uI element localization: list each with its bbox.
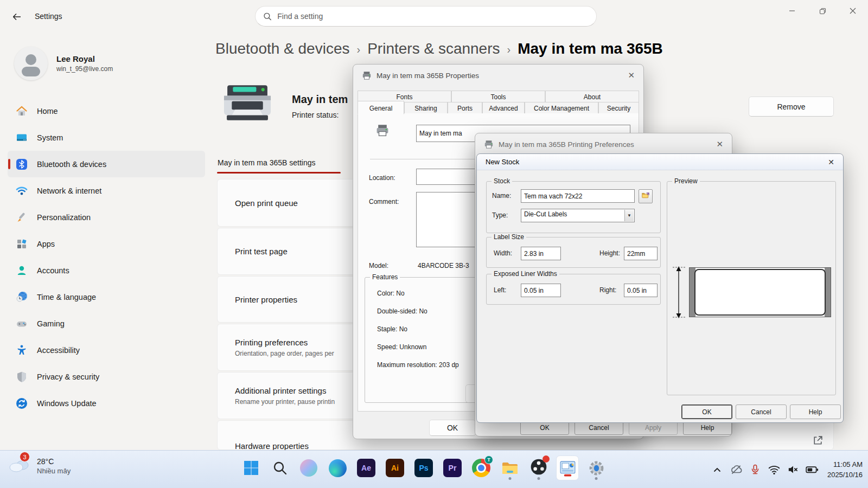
liner-right-field[interactable] [624,284,658,297]
back-button[interactable] [9,9,25,25]
stock-group: Stock Name: Type: Die-Cut Labels ▼ [486,181,661,233]
sidebar-item-label: Windows Update [37,399,97,408]
new-stock-ok-button[interactable]: OK [681,404,732,419]
onedrive-paused-icon[interactable] [729,463,743,477]
remove-printer-button[interactable]: Remove [749,97,834,117]
sidebar-item-accounts[interactable]: Accounts [8,257,205,284]
obs-button[interactable] [527,455,550,480]
preview-legend: Preview [672,177,700,185]
sidebar-item-label: Accessibility [37,346,80,355]
illustrator-button[interactable]: Ai [384,455,406,480]
sidebar-item-home[interactable]: Home [8,98,205,124]
user-profile[interactable]: Lee Royal win_t_95@live.com [14,47,113,80]
sidebar-item-time-language[interactable]: Time & language [8,284,205,310]
close-button[interactable] [838,0,868,22]
width-field[interactable] [521,247,561,260]
minimize-icon [789,8,795,14]
sidebar-item-label: Personalization [37,213,91,222]
running-indicator [538,477,540,480]
weather-condition: Nhiều mây [37,467,71,475]
close-icon[interactable]: ✕ [628,70,635,80]
chrome-button[interactable]: T [470,455,493,480]
weather-widget[interactable]: 3 28°C Nhiều mây [8,456,71,476]
settings-app-button[interactable] [585,455,608,480]
height-measure-arrow [671,265,687,319]
running-indicator [509,477,512,480]
name-label: Name: [492,192,511,200]
sidebar-item-apps[interactable]: Apps [8,230,205,257]
new-stock-help-button[interactable]: Help [790,404,841,419]
printer-settings-header: May in tem ma 365B settings [218,158,316,167]
tab-tools[interactable]: Tools [451,91,545,103]
clock[interactable]: 11:05 AM 2025/10/16 [827,459,863,480]
chevron-up-icon [712,464,723,475]
start-button[interactable] [240,455,263,480]
restore-icon [819,8,826,15]
battery-icon[interactable] [805,463,819,477]
active-printer-app-button[interactable] [556,455,579,480]
close-icon[interactable]: ✕ [828,158,834,166]
new-stock-titlebar[interactable]: New Stock ✕ [477,154,843,170]
app-title: Settings [35,12,62,21]
settings-search[interactable] [255,6,597,27]
wifi-icon[interactable] [767,463,781,477]
liner-left-field[interactable] [521,284,561,297]
sidebar-item-system[interactable]: System [8,124,205,151]
sidebar-item-personalization[interactable]: Personalization [8,204,205,230]
stock-name-field[interactable] [521,189,635,203]
edge-icon [329,459,347,477]
volume-muted-icon[interactable] [786,463,800,477]
minimize-button[interactable] [777,0,807,22]
illustrator-icon: Ai [386,459,404,477]
edge-button[interactable] [326,455,349,480]
browse-stock-button[interactable] [639,189,653,203]
height-field[interactable] [624,247,658,260]
restore-button[interactable] [807,0,838,22]
sidebar: Home System Bluetooth & devices Network … [8,98,205,416]
preferences-dialog-title: May in tem ma 365B Printing Preferences [499,140,634,149]
chevron-down-icon[interactable]: ▼ [624,210,634,221]
home-icon [15,105,28,118]
breadcrumb-current: May in tem ma 365B [518,40,663,57]
height-label: Height: [599,249,620,257]
folder-icon [501,459,519,477]
sidebar-item-privacy-security[interactable]: Privacy & security [8,363,205,390]
copilot-button[interactable] [297,455,320,480]
microphone-in-use-icon[interactable] [748,463,762,477]
avatar [14,47,48,80]
taskbar: 3 28°C Nhiều mây Ae Ai Ps [0,450,868,488]
shield-icon [15,370,28,383]
sidebar-item-windows-update[interactable]: Windows Update [8,390,205,416]
sidebar-item-label: Bluetooth & devices [37,160,106,169]
sidebar-item-accessibility[interactable]: Accessibility [8,337,205,363]
stock-type-dropdown[interactable]: Die-Cut Labels ▼ [521,209,635,222]
tray-chevron-up[interactable] [710,463,724,477]
taskbar-search-button[interactable] [269,455,291,480]
properties-dialog-titlebar[interactable]: May in tem ma 365B Properties ✕ [353,65,643,86]
new-stock-cancel-button[interactable]: Cancel [736,404,787,419]
stock-type-value: Die-Cut Labels [524,210,567,218]
file-explorer-button[interactable] [499,455,521,480]
tab-general[interactable]: General [358,101,404,114]
time-language-icon [15,291,28,304]
printer-app-icon [559,459,577,477]
photoshop-button[interactable]: Ps [412,455,435,480]
sidebar-item-network-internet[interactable]: Network & internet [8,177,205,204]
properties-ok-button[interactable]: OK [429,420,476,436]
sidebar-item-bluetooth-devices[interactable]: Bluetooth & devices [8,151,205,177]
tab-about[interactable]: About [545,91,639,103]
search-icon [263,12,272,21]
close-icon[interactable]: ✕ [716,139,723,149]
after-effects-button[interactable]: Ae [355,455,378,480]
breadcrumb-printers[interactable]: Printers & scanners [367,40,500,57]
sidebar-item-label: Privacy & security [37,373,99,381]
premiere-button[interactable]: Pr [441,455,464,480]
preferences-dialog-titlebar[interactable]: May in tem ma 365B Printing Preferences … [475,133,732,155]
new-stock-title: New Stock [486,158,519,166]
sidebar-item-gaming[interactable]: Gaming [8,310,205,337]
label-shape [694,269,826,316]
sidebar-item-label: Time & language [37,293,96,301]
external-link-icon[interactable] [812,434,824,449]
breadcrumb-bluetooth[interactable]: Bluetooth & devices [215,40,350,57]
search-input[interactable] [277,12,589,21]
